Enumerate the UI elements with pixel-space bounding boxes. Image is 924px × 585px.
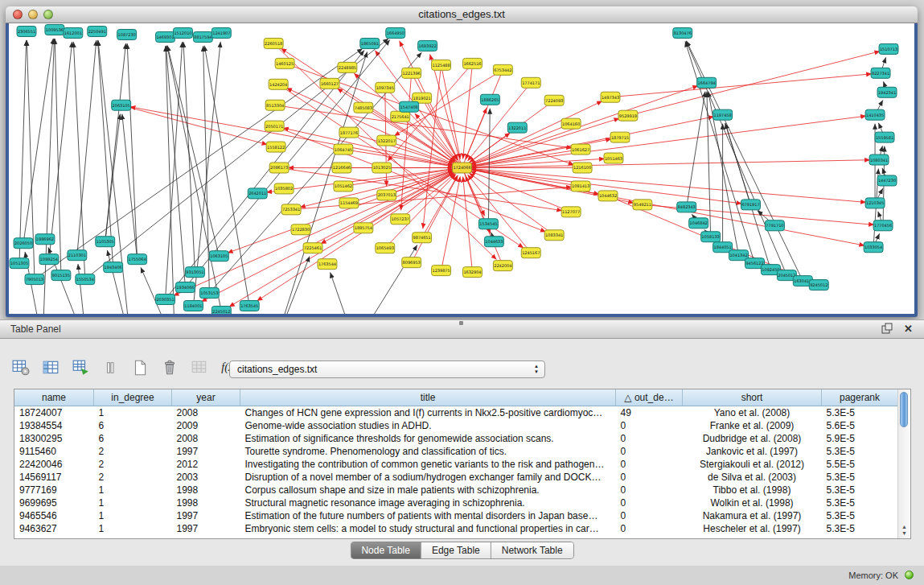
panel-resize-handle[interactable] xyxy=(459,321,463,325)
graph-node[interactable]: 2063105 xyxy=(112,100,131,110)
graph-node[interactable]: 1895754 xyxy=(354,223,373,233)
graph-node[interactable]: 1083341 xyxy=(544,230,564,241)
graph-edge[interactable] xyxy=(77,40,97,255)
graph-edge[interactable] xyxy=(73,42,84,279)
graph-edge[interactable] xyxy=(283,128,462,167)
graph-edge[interactable] xyxy=(174,168,462,296)
graph-edge[interactable] xyxy=(687,41,803,281)
graph-node[interactable]: 1127077 xyxy=(561,207,581,217)
graph-node[interactable]: 1210345 xyxy=(865,198,885,208)
graph-edge[interactable] xyxy=(300,168,462,208)
graph-node[interactable]: 9227341 xyxy=(871,68,890,78)
graph-node[interactable]: 6753442 xyxy=(493,64,512,75)
graph-edge[interactable] xyxy=(355,245,417,314)
graph-edge[interactable] xyxy=(331,273,355,314)
table-row[interactable]: 911546021997Tourette syndrome. Phenomeno… xyxy=(14,445,898,458)
graph-node[interactable]: 1080341 xyxy=(869,154,889,165)
column-header-short[interactable]: short xyxy=(683,389,822,406)
graph-node[interactable]: 2086173 xyxy=(269,163,289,173)
graph-node[interactable]: 8096953 xyxy=(402,257,421,268)
graph-node[interactable]: 1044633 xyxy=(484,237,503,247)
graph-edge[interactable] xyxy=(463,176,473,272)
graph-node[interactable]: 1469301 xyxy=(156,31,175,42)
graph-node[interactable]: 1216646 xyxy=(332,163,351,173)
table-row[interactable]: 946362711997Embryonic stem cells: a mode… xyxy=(14,522,898,535)
graph-node[interactable]: 7791710 xyxy=(765,220,784,231)
graph-node[interactable]: 1865091 xyxy=(360,38,380,48)
tab-node-table[interactable]: Node Table xyxy=(351,542,421,558)
close-window-button[interactable] xyxy=(13,10,23,19)
graph-node[interactable]: 9874651 xyxy=(413,233,432,243)
graph-node[interactable]: 1510713 xyxy=(879,43,898,54)
graph-node[interactable]: 2250491 xyxy=(88,26,107,36)
graph-node[interactable]: 1051462 xyxy=(334,181,353,192)
graph-node[interactable]: 8482343 xyxy=(677,202,696,212)
graph-node[interactable]: 1724066 xyxy=(453,163,472,173)
graph-edge[interactable] xyxy=(286,88,462,167)
graph-node[interactable]: 1091413 xyxy=(571,181,590,192)
graph-node[interactable]: 1035802 xyxy=(274,183,294,194)
import-table-button[interactable] xyxy=(69,356,92,379)
table-row[interactable]: 1456911722003Disruption of a novel membe… xyxy=(14,471,898,484)
graph-node[interactable]: 1722830 xyxy=(291,225,310,235)
graph-edge[interactable] xyxy=(462,168,866,203)
window-titlebar[interactable]: citations_edges.txt xyxy=(6,6,918,23)
graph-node[interactable]: 7253341 xyxy=(281,204,301,215)
graph-edge[interactable] xyxy=(462,101,602,167)
scrollbar-arrows-icon[interactable]: ▲▼ xyxy=(898,524,910,537)
graph-node[interactable]: 1447230 xyxy=(877,175,897,186)
graph-edge[interactable] xyxy=(204,46,249,306)
graph-node[interactable]: 1064160 xyxy=(561,118,581,129)
graph-edge[interactable] xyxy=(193,42,220,306)
graph-node[interactable]: 9529919 xyxy=(618,110,638,121)
graph-node[interactable]: 7485083 xyxy=(354,102,373,113)
table-settings-button[interactable] xyxy=(10,356,32,379)
graph-edge[interactable] xyxy=(349,133,454,166)
table-row[interactable]: 1938455462009Genome-wide association stu… xyxy=(14,419,898,432)
table-row[interactable]: 1830029562008Estimation of significance … xyxy=(14,432,898,445)
graph-node[interactable]: 1497343 xyxy=(601,92,620,102)
graph-node[interactable]: 1057237 xyxy=(391,214,410,225)
graph-node[interactable]: 1154469 xyxy=(339,198,359,208)
column-header-title[interactable]: title xyxy=(240,389,616,406)
graph-edge[interactable] xyxy=(422,175,458,237)
graph-node[interactable]: 1013025 xyxy=(372,163,392,173)
graph-node[interactable]: 1087230 xyxy=(117,29,137,39)
select-columns-button[interactable] xyxy=(39,356,62,379)
graph-node[interactable]: 1558122 xyxy=(266,142,285,152)
graph-edge[interactable] xyxy=(463,64,473,159)
table-scrollbar[interactable]: ▲▼ xyxy=(897,389,910,538)
graph-node[interactable]: 8817594 xyxy=(193,31,212,42)
new-table-button[interactable] xyxy=(129,356,151,379)
graph-node[interactable]: 1009536 xyxy=(45,24,64,35)
graph-node[interactable]: 1942341 xyxy=(877,87,897,97)
tab-network-table[interactable]: Network Table xyxy=(491,542,573,558)
minimize-window-button[interactable] xyxy=(28,10,38,19)
graph-node[interactable]: 7905013 xyxy=(25,274,44,285)
graph-node[interactable]: 1221396 xyxy=(402,68,421,78)
graph-node[interactable]: 1241907 xyxy=(211,27,231,38)
graph-node[interactable]: 1934066 xyxy=(175,282,195,293)
delete-table-button[interactable] xyxy=(158,356,181,379)
graph-edge[interactable] xyxy=(141,267,175,314)
graph-node[interactable]: 2175641 xyxy=(391,111,410,122)
graph-node[interactable]: 2050171 xyxy=(265,121,284,131)
graph-node[interactable]: 1512010 xyxy=(173,27,192,38)
graph-edge[interactable] xyxy=(127,43,137,259)
graph-node[interactable]: 1051463 xyxy=(604,153,623,163)
graph-node[interactable]: 9245012 xyxy=(809,280,828,290)
scrollbar-thumb[interactable] xyxy=(900,392,908,427)
graph-edge[interactable] xyxy=(49,42,72,259)
graph-edge[interactable] xyxy=(85,39,388,279)
graph-node[interactable]: 1612001 xyxy=(64,27,83,38)
graph-node[interactable]: 2026050 xyxy=(14,238,33,249)
table-row[interactable]: 969969511998Structural magnetic resonanc… xyxy=(14,496,898,509)
column-header-name[interactable]: name xyxy=(14,389,94,406)
graph-edge[interactable] xyxy=(203,46,210,293)
graph-edge[interactable] xyxy=(105,43,126,241)
graph-edge[interactable] xyxy=(166,42,183,299)
graph-node[interactable]: 1660127 xyxy=(320,78,339,89)
graph-node[interactable]: 1322011 xyxy=(507,122,527,133)
graph-edge[interactable] xyxy=(462,118,619,168)
graph-node[interactable]: 2306551 xyxy=(17,26,36,36)
